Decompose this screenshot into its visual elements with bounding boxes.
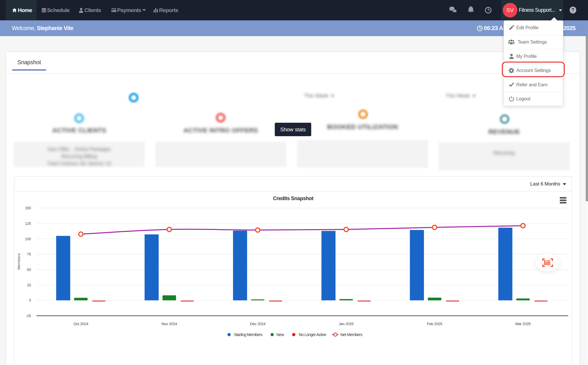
svg-text:Starting Members: Starting Members: [234, 332, 263, 337]
svg-text:Members: Members: [17, 253, 21, 270]
svg-text:Feb 2025: Feb 2025: [427, 322, 442, 326]
svg-text:Mar 2025: Mar 2025: [515, 322, 531, 326]
svg-text:Dec 2024: Dec 2024: [250, 322, 266, 326]
svg-text:0: 0: [29, 298, 31, 302]
svg-text:25: 25: [27, 283, 31, 287]
svg-text:New: New: [276, 332, 284, 337]
svg-text:50: 50: [27, 268, 31, 272]
svg-text:Nov 2024: Nov 2024: [162, 322, 177, 326]
svg-text:150: 150: [25, 206, 31, 210]
svg-text:Credits Snapshot: Credits Snapshot: [273, 196, 314, 201]
svg-text:Net Members: Net Members: [340, 332, 362, 337]
svg-text:Oct 2024: Oct 2024: [74, 322, 88, 326]
svg-text:75: 75: [27, 252, 31, 256]
svg-text:-25: -25: [26, 314, 31, 318]
svg-text:Jan 2025: Jan 2025: [339, 322, 354, 326]
svg-text:No Longer Active: No Longer Active: [299, 332, 326, 337]
svg-text:125: 125: [25, 222, 31, 226]
svg-text:100: 100: [25, 237, 31, 241]
